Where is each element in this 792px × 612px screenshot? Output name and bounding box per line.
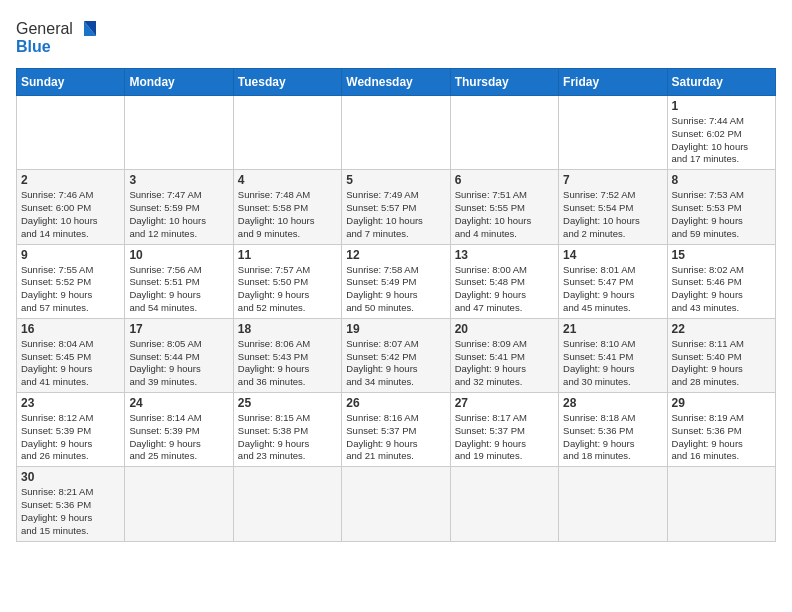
calendar-cell — [342, 467, 450, 541]
day-number: 6 — [455, 173, 554, 187]
day-info: Sunrise: 8:04 AM Sunset: 5:45 PM Dayligh… — [21, 338, 120, 389]
day-info: Sunrise: 8:01 AM Sunset: 5:47 PM Dayligh… — [563, 264, 662, 315]
calendar-cell: 18Sunrise: 8:06 AM Sunset: 5:43 PM Dayli… — [233, 318, 341, 392]
calendar-cell: 22Sunrise: 8:11 AM Sunset: 5:40 PM Dayli… — [667, 318, 775, 392]
day-info: Sunrise: 8:12 AM Sunset: 5:39 PM Dayligh… — [21, 412, 120, 463]
svg-text:Blue: Blue — [16, 38, 51, 55]
weekday-header-friday: Friday — [559, 69, 667, 96]
calendar-week-4: 16Sunrise: 8:04 AM Sunset: 5:45 PM Dayli… — [17, 318, 776, 392]
day-number: 21 — [563, 322, 662, 336]
day-number: 17 — [129, 322, 228, 336]
day-info: Sunrise: 8:07 AM Sunset: 5:42 PM Dayligh… — [346, 338, 445, 389]
day-number: 13 — [455, 248, 554, 262]
calendar-cell: 30Sunrise: 8:21 AM Sunset: 5:36 PM Dayli… — [17, 467, 125, 541]
calendar-cell: 24Sunrise: 8:14 AM Sunset: 5:39 PM Dayli… — [125, 393, 233, 467]
calendar-cell: 16Sunrise: 8:04 AM Sunset: 5:45 PM Dayli… — [17, 318, 125, 392]
day-number: 27 — [455, 396, 554, 410]
calendar-cell: 25Sunrise: 8:15 AM Sunset: 5:38 PM Dayli… — [233, 393, 341, 467]
calendar-cell — [450, 467, 558, 541]
calendar-week-5: 23Sunrise: 8:12 AM Sunset: 5:39 PM Dayli… — [17, 393, 776, 467]
day-number: 12 — [346, 248, 445, 262]
day-info: Sunrise: 7:44 AM Sunset: 6:02 PM Dayligh… — [672, 115, 771, 166]
day-number: 2 — [21, 173, 120, 187]
calendar-cell — [559, 96, 667, 170]
day-info: Sunrise: 8:05 AM Sunset: 5:44 PM Dayligh… — [129, 338, 228, 389]
day-info: Sunrise: 7:56 AM Sunset: 5:51 PM Dayligh… — [129, 264, 228, 315]
day-number: 4 — [238, 173, 337, 187]
weekday-header-wednesday: Wednesday — [342, 69, 450, 96]
calendar-cell: 5Sunrise: 7:49 AM Sunset: 5:57 PM Daylig… — [342, 170, 450, 244]
calendar-cell: 7Sunrise: 7:52 AM Sunset: 5:54 PM Daylig… — [559, 170, 667, 244]
day-number: 25 — [238, 396, 337, 410]
calendar-cell: 12Sunrise: 7:58 AM Sunset: 5:49 PM Dayli… — [342, 244, 450, 318]
calendar-cell: 29Sunrise: 8:19 AM Sunset: 5:36 PM Dayli… — [667, 393, 775, 467]
day-info: Sunrise: 8:02 AM Sunset: 5:46 PM Dayligh… — [672, 264, 771, 315]
calendar-cell — [17, 96, 125, 170]
day-number: 19 — [346, 322, 445, 336]
calendar-cell: 19Sunrise: 8:07 AM Sunset: 5:42 PM Dayli… — [342, 318, 450, 392]
calendar-cell: 21Sunrise: 8:10 AM Sunset: 5:41 PM Dayli… — [559, 318, 667, 392]
day-info: Sunrise: 8:18 AM Sunset: 5:36 PM Dayligh… — [563, 412, 662, 463]
day-info: Sunrise: 8:19 AM Sunset: 5:36 PM Dayligh… — [672, 412, 771, 463]
day-number: 11 — [238, 248, 337, 262]
calendar-body: 1Sunrise: 7:44 AM Sunset: 6:02 PM Daylig… — [17, 96, 776, 542]
calendar-cell: 3Sunrise: 7:47 AM Sunset: 5:59 PM Daylig… — [125, 170, 233, 244]
day-info: Sunrise: 7:51 AM Sunset: 5:55 PM Dayligh… — [455, 189, 554, 240]
calendar-cell: 11Sunrise: 7:57 AM Sunset: 5:50 PM Dayli… — [233, 244, 341, 318]
calendar-cell: 17Sunrise: 8:05 AM Sunset: 5:44 PM Dayli… — [125, 318, 233, 392]
day-info: Sunrise: 7:58 AM Sunset: 5:49 PM Dayligh… — [346, 264, 445, 315]
calendar-cell: 8Sunrise: 7:53 AM Sunset: 5:53 PM Daylig… — [667, 170, 775, 244]
day-info: Sunrise: 8:11 AM Sunset: 5:40 PM Dayligh… — [672, 338, 771, 389]
weekday-header-sunday: Sunday — [17, 69, 125, 96]
calendar-cell — [233, 467, 341, 541]
day-info: Sunrise: 7:55 AM Sunset: 5:52 PM Dayligh… — [21, 264, 120, 315]
calendar-cell — [125, 96, 233, 170]
calendar-cell: 2Sunrise: 7:46 AM Sunset: 6:00 PM Daylig… — [17, 170, 125, 244]
calendar-cell — [450, 96, 558, 170]
calendar-cell: 9Sunrise: 7:55 AM Sunset: 5:52 PM Daylig… — [17, 244, 125, 318]
logo: GeneralBlue — [16, 16, 106, 58]
calendar-week-3: 9Sunrise: 7:55 AM Sunset: 5:52 PM Daylig… — [17, 244, 776, 318]
calendar-cell — [125, 467, 233, 541]
day-info: Sunrise: 7:53 AM Sunset: 5:53 PM Dayligh… — [672, 189, 771, 240]
weekday-header-tuesday: Tuesday — [233, 69, 341, 96]
day-number: 8 — [672, 173, 771, 187]
day-number: 1 — [672, 99, 771, 113]
day-info: Sunrise: 8:15 AM Sunset: 5:38 PM Dayligh… — [238, 412, 337, 463]
day-info: Sunrise: 8:10 AM Sunset: 5:41 PM Dayligh… — [563, 338, 662, 389]
calendar-cell: 10Sunrise: 7:56 AM Sunset: 5:51 PM Dayli… — [125, 244, 233, 318]
calendar-cell: 27Sunrise: 8:17 AM Sunset: 5:37 PM Dayli… — [450, 393, 558, 467]
day-number: 22 — [672, 322, 771, 336]
day-info: Sunrise: 8:17 AM Sunset: 5:37 PM Dayligh… — [455, 412, 554, 463]
day-number: 29 — [672, 396, 771, 410]
calendar-cell — [233, 96, 341, 170]
calendar-cell — [342, 96, 450, 170]
calendar-cell: 26Sunrise: 8:16 AM Sunset: 5:37 PM Dayli… — [342, 393, 450, 467]
day-info: Sunrise: 8:06 AM Sunset: 5:43 PM Dayligh… — [238, 338, 337, 389]
weekday-header-saturday: Saturday — [667, 69, 775, 96]
day-info: Sunrise: 7:52 AM Sunset: 5:54 PM Dayligh… — [563, 189, 662, 240]
calendar-cell: 28Sunrise: 8:18 AM Sunset: 5:36 PM Dayli… — [559, 393, 667, 467]
day-info: Sunrise: 8:00 AM Sunset: 5:48 PM Dayligh… — [455, 264, 554, 315]
calendar-table: SundayMondayTuesdayWednesdayThursdayFrid… — [16, 68, 776, 542]
day-number: 3 — [129, 173, 228, 187]
day-number: 7 — [563, 173, 662, 187]
calendar-cell: 20Sunrise: 8:09 AM Sunset: 5:41 PM Dayli… — [450, 318, 558, 392]
day-number: 9 — [21, 248, 120, 262]
day-number: 16 — [21, 322, 120, 336]
day-info: Sunrise: 8:09 AM Sunset: 5:41 PM Dayligh… — [455, 338, 554, 389]
calendar-cell: 14Sunrise: 8:01 AM Sunset: 5:47 PM Dayli… — [559, 244, 667, 318]
day-number: 30 — [21, 470, 120, 484]
calendar-week-2: 2Sunrise: 7:46 AM Sunset: 6:00 PM Daylig… — [17, 170, 776, 244]
weekday-header-monday: Monday — [125, 69, 233, 96]
day-number: 23 — [21, 396, 120, 410]
calendar-cell: 15Sunrise: 8:02 AM Sunset: 5:46 PM Dayli… — [667, 244, 775, 318]
day-number: 15 — [672, 248, 771, 262]
logo-svg: GeneralBlue — [16, 16, 106, 58]
day-number: 10 — [129, 248, 228, 262]
day-info: Sunrise: 8:14 AM Sunset: 5:39 PM Dayligh… — [129, 412, 228, 463]
day-info: Sunrise: 7:48 AM Sunset: 5:58 PM Dayligh… — [238, 189, 337, 240]
day-info: Sunrise: 7:57 AM Sunset: 5:50 PM Dayligh… — [238, 264, 337, 315]
day-number: 28 — [563, 396, 662, 410]
calendar-cell: 1Sunrise: 7:44 AM Sunset: 6:02 PM Daylig… — [667, 96, 775, 170]
